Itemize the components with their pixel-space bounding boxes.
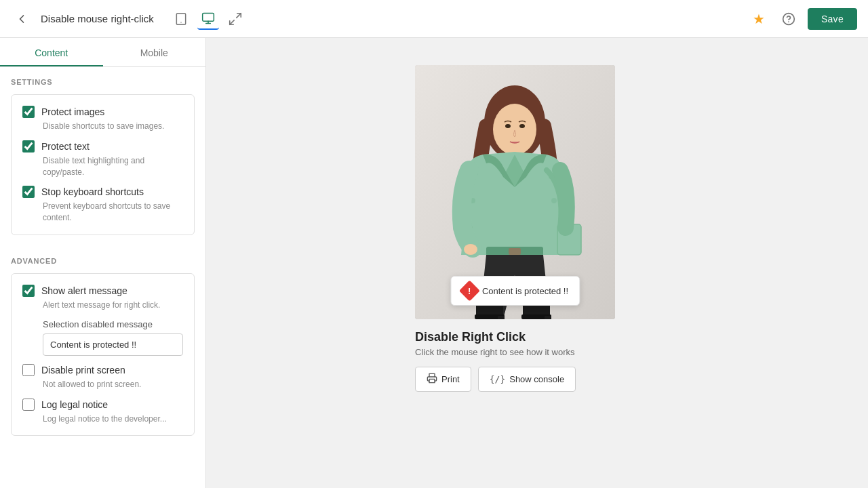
disable-print-row: Disable print screen — [22, 364, 183, 376]
disable-print-desc: Not allowed to print screen. — [43, 379, 183, 390]
svg-line-6 — [229, 20, 233, 24]
sidebar: Content Mobile SETTINGS Protect images D… — [0, 38, 206, 488]
topbar: Disable mouse right-click — [0, 0, 868, 38]
svg-rect-21 — [509, 248, 521, 255]
protect-images-row: Protect images — [22, 106, 183, 118]
svg-point-12 — [505, 124, 511, 128]
log-legal-label[interactable]: Log legal notice — [41, 399, 108, 410]
protect-text-checkbox[interactable] — [22, 140, 35, 152]
disable-print-checkbox[interactable] — [22, 364, 35, 376]
preview-widget: Content is protected !! Disable Right Cl… — [415, 65, 659, 392]
svg-rect-0 — [176, 13, 185, 24]
preview-image-container: Content is protected !! — [415, 65, 615, 319]
device-icons — [170, 8, 246, 30]
show-console-label: Show console — [509, 374, 564, 384]
tablet-icon[interactable] — [170, 8, 192, 30]
show-alert-desc: Alert text message for right click. — [43, 300, 183, 311]
svg-line-5 — [237, 13, 241, 17]
star-icon[interactable]: ★ — [748, 8, 770, 30]
log-legal-row: Log legal notice — [22, 399, 183, 411]
settings-card: Protect images Disable shortcuts to save… — [11, 94, 195, 235]
responsive-icon[interactable] — [224, 8, 246, 30]
log-legal-desc: Log legal notice to the developer... — [43, 413, 183, 425]
disable-print-label[interactable]: Disable print screen — [41, 365, 125, 375]
svg-point-23 — [464, 244, 477, 255]
help-icon[interactable] — [778, 8, 800, 30]
console-icon: {/} — [490, 374, 505, 384]
settings-section: SETTINGS Protect images Disable shortcut… — [0, 67, 205, 246]
protect-text-desc: Disable text highlighting and copy/paste… — [43, 155, 183, 178]
warning-diamond-icon — [458, 280, 479, 301]
popup-text: Content is protected !! — [482, 286, 568, 296]
protect-text-label[interactable]: Protect text — [41, 141, 90, 152]
svg-rect-30 — [429, 379, 435, 382]
svg-point-18 — [551, 198, 557, 203]
preview-image: Content is protected !! — [415, 65, 615, 319]
preview-title: Disable Right Click — [415, 330, 526, 344]
svg-point-13 — [519, 124, 525, 128]
print-icon — [427, 373, 437, 386]
preview-title-row: Disable Right Click — [415, 330, 526, 344]
page-title: Disable mouse right-click — [41, 13, 154, 24]
advanced-section: ADVANCED Show alert message Alert text m… — [0, 246, 205, 447]
selection-message-label: Selection disabled message — [43, 319, 183, 329]
desktop-icon[interactable] — [197, 8, 219, 30]
print-button[interactable]: Print — [415, 367, 471, 392]
svg-rect-28 — [498, 316, 505, 319]
tab-content[interactable]: Content — [0, 38, 103, 66]
stop-keyboard-desc: Prevent keyboard shortcuts to save conte… — [43, 201, 183, 224]
preview-area: Content is protected !! Disable Right Cl… — [206, 38, 868, 488]
selection-message-input[interactable] — [43, 333, 183, 356]
main-layout: Content Mobile SETTINGS Protect images D… — [0, 38, 868, 488]
stop-keyboard-label[interactable]: Stop keyboard shortcuts — [41, 186, 144, 197]
log-legal-checkbox[interactable] — [22, 399, 35, 411]
show-console-button[interactable]: {/} Show console — [478, 367, 576, 392]
svg-rect-2 — [202, 13, 214, 21]
sidebar-tabs: Content Mobile — [0, 38, 205, 67]
advanced-card: Show alert message Alert text message fo… — [11, 273, 195, 436]
advanced-label: ADVANCED — [11, 257, 195, 265]
stop-keyboard-row: Stop keyboard shortcuts — [22, 186, 183, 198]
protect-images-desc: Disable shortcuts to save images. — [43, 121, 183, 132]
settings-label: SETTINGS — [11, 78, 195, 86]
show-alert-row: Show alert message — [22, 285, 183, 297]
protect-text-row: Protect text — [22, 140, 183, 152]
save-button[interactable]: Save — [808, 8, 857, 30]
tab-mobile[interactable]: Mobile — [103, 38, 206, 66]
stop-keyboard-checkbox[interactable] — [22, 186, 35, 198]
svg-point-11 — [493, 104, 536, 155]
preview-buttons: Print {/} Show console — [415, 367, 576, 392]
back-button[interactable] — [11, 8, 33, 30]
protect-images-label[interactable]: Protect images — [41, 106, 104, 117]
preview-subtitle: Click the mouse right to see how it work… — [415, 347, 575, 357]
show-alert-label[interactable]: Show alert message — [41, 285, 127, 296]
protection-popup: Content is protected !! — [450, 276, 580, 306]
show-alert-checkbox[interactable] — [22, 285, 35, 297]
print-label: Print — [441, 374, 460, 384]
svg-rect-29 — [545, 316, 551, 319]
protect-images-checkbox[interactable] — [22, 106, 35, 118]
